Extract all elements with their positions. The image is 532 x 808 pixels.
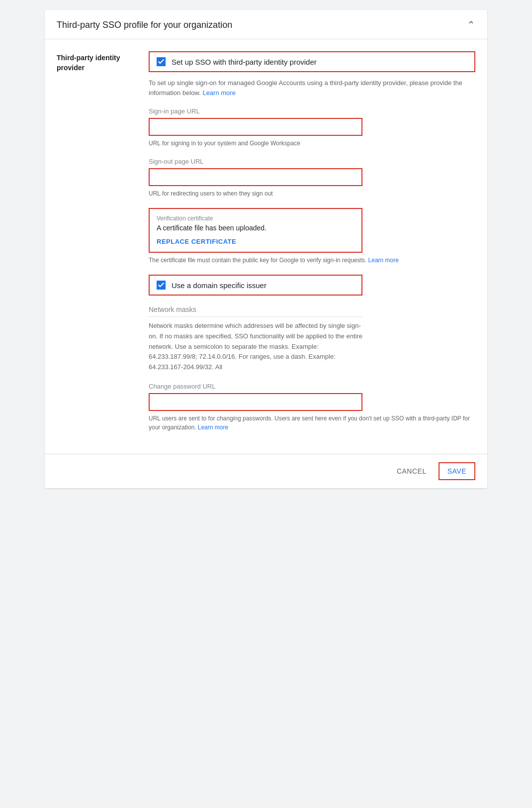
row-label: Third-party identity provider — [57, 51, 149, 442]
panel-title: Third-party SSO profile for your organiz… — [57, 20, 232, 30]
network-masks-description: Network masks determine which addresses … — [149, 321, 362, 373]
identity-provider-row: Third-party identity provider Set up SSO… — [57, 51, 475, 442]
sign-out-url-input[interactable] — [149, 168, 362, 186]
checkbox-icon — [157, 57, 166, 66]
domain-issuer-checkbox[interactable]: Use a domain specific issuer — [149, 275, 362, 296]
change-password-url-group: Change password URL URL users are sent t… — [149, 383, 475, 432]
panel-header: Third-party SSO profile for your organiz… — [45, 10, 487, 39]
domain-checkmark-icon — [158, 282, 164, 288]
checkmark-icon — [158, 59, 164, 65]
change-password-url-label: Change password URL — [149, 383, 475, 390]
domain-issuer-label: Use a domain specific issuer — [172, 281, 266, 290]
cert-status: A certificate file has been uploaded. — [157, 224, 355, 232]
sign-in-url-hint: URL for signing in to your system and Go… — [149, 139, 475, 148]
change-password-url-input[interactable] — [149, 393, 362, 411]
change-password-url-hint: URL users are sent to for changing passw… — [149, 414, 475, 432]
sign-out-url-hint: URL for redirecting users to when they s… — [149, 189, 475, 198]
collapse-icon[interactable]: ⌃ — [467, 19, 475, 31]
sign-out-url-label: Sign-out page URL — [149, 158, 475, 165]
verification-cert-group: Verification certificate A certificate f… — [149, 208, 475, 265]
row-content: Set up SSO with third-party identity pro… — [149, 51, 475, 442]
sign-in-url-input[interactable] — [149, 118, 362, 136]
sign-out-url-group: Sign-out page URL URL for redirecting us… — [149, 158, 475, 198]
network-masks-heading: Network masks — [149, 305, 362, 317]
network-masks-section: Network masks Network masks determine wh… — [149, 305, 475, 373]
cert-learn-more-link[interactable]: Learn more — [368, 257, 399, 264]
certificate-box: Verification certificate A certificate f… — [149, 208, 362, 253]
domain-checkbox-icon — [157, 281, 166, 290]
replace-certificate-button[interactable]: REPLACE CERTIFICATE — [157, 238, 236, 245]
panel-footer: CANCEL SAVE — [45, 454, 487, 488]
setup-sso-learn-more-link[interactable]: Learn more — [202, 89, 235, 97]
setup-sso-description: To set up single sign-on for managed Goo… — [149, 78, 475, 98]
sign-in-url-group: Sign-in page URL URL for signing in to y… — [149, 107, 475, 148]
setup-sso-checkbox[interactable]: Set up SSO with third-party identity pro… — [149, 51, 475, 72]
change-password-learn-more-link[interactable]: Learn more — [198, 424, 228, 431]
cancel-button[interactable]: CANCEL — [389, 463, 435, 479]
sign-in-url-label: Sign-in page URL — [149, 107, 475, 115]
setup-sso-label: Set up SSO with third-party identity pro… — [172, 58, 317, 66]
panel-body: Third-party identity provider Set up SSO… — [45, 39, 487, 442]
sso-panel: Third-party SSO profile for your organiz… — [45, 10, 487, 488]
save-button[interactable]: SAVE — [439, 462, 475, 480]
cert-hint: The certificate file must contain the pu… — [149, 256, 475, 265]
cert-label: Verification certificate — [157, 215, 355, 222]
